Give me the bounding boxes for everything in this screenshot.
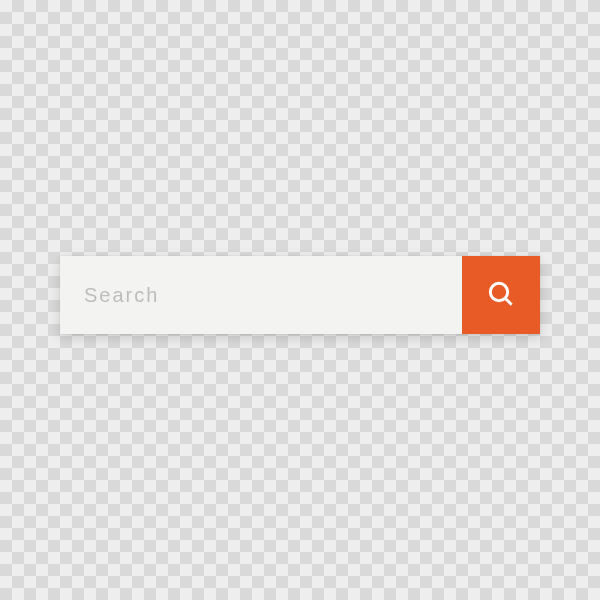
svg-line-1	[506, 298, 512, 304]
search-button[interactable]	[462, 256, 540, 334]
search-bar	[60, 256, 540, 334]
search-icon	[485, 278, 517, 313]
svg-point-0	[490, 283, 507, 300]
search-input[interactable]	[60, 256, 462, 334]
